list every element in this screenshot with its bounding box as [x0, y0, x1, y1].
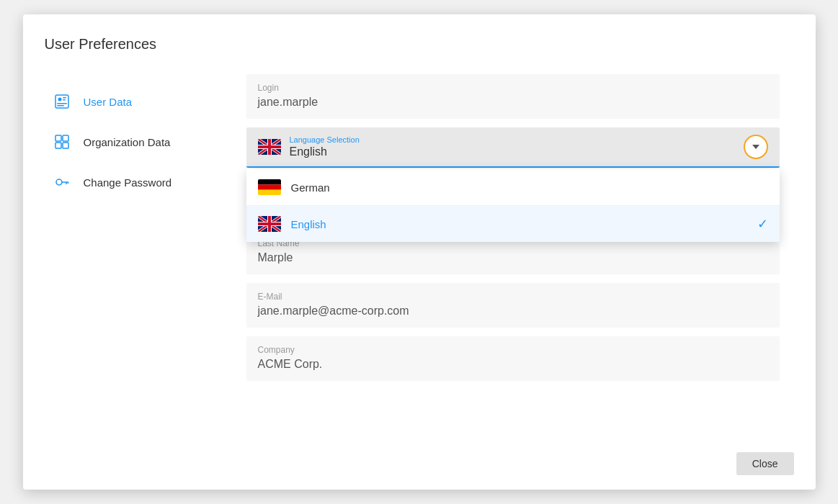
svg-rect-3	[57, 105, 64, 107]
language-selected-value: English	[290, 145, 735, 158]
last-name-value: Marple	[258, 251, 768, 264]
email-value: jane.marple@acme-corp.com	[258, 305, 768, 318]
company-label: Company	[258, 345, 768, 355]
svg-rect-6	[55, 135, 61, 141]
sidebar-item-org-data[interactable]: Organization Data	[45, 122, 232, 162]
sidebar-item-change-password[interactable]: Change Password	[45, 162, 232, 202]
language-option-english[interactable]: English ✓	[246, 206, 780, 242]
main-content: Login jane.marple	[232, 74, 794, 390]
selected-check-icon: ✓	[757, 216, 768, 232]
email-label: E-Mail	[258, 292, 768, 302]
svg-point-10	[56, 179, 62, 185]
svg-rect-7	[63, 135, 68, 141]
svg-rect-4	[63, 97, 66, 99]
sidebar-item-change-password-label: Change Password	[84, 176, 172, 189]
language-section: Language Selection English	[246, 127, 780, 168]
close-button[interactable]: Close	[736, 452, 794, 475]
language-selector[interactable]: Language Selection English	[246, 127, 780, 168]
company-value: ACME Corp.	[258, 358, 768, 371]
svg-rect-17	[258, 190, 281, 195]
company-field: Company ACME Corp.	[246, 336, 780, 381]
language-option-german[interactable]: German	[246, 169, 780, 206]
email-field: E-Mail jane.marple@acme-corp.com	[246, 283, 780, 328]
sidebar-item-user-data[interactable]: User Data	[45, 81, 232, 122]
content-area: User Data Organization Data	[45, 74, 794, 390]
svg-rect-5	[63, 99, 66, 101]
user-data-icon	[52, 91, 72, 112]
german-option-label: German	[291, 181, 330, 194]
page-title: User Preferences	[45, 36, 794, 53]
login-value: jane.marple	[258, 96, 768, 109]
login-field: Login jane.marple	[246, 74, 780, 119]
user-preferences-dialog: User Preferences User Data	[23, 14, 816, 490]
language-dropdown: German Englis	[246, 169, 780, 242]
german-flag	[258, 179, 281, 195]
svg-rect-15	[258, 179, 281, 184]
english-flag	[258, 139, 281, 155]
svg-point-1	[58, 98, 61, 102]
language-selection-label: Language Selection	[290, 135, 735, 144]
svg-rect-9	[63, 143, 68, 148]
sidebar-item-org-data-label: Organization Data	[84, 136, 171, 148]
sidebar-item-user-data-label: User Data	[84, 96, 133, 108]
language-dropdown-button[interactable]	[744, 135, 768, 159]
sidebar: User Data Organization Data	[45, 74, 232, 390]
svg-rect-8	[55, 143, 61, 148]
svg-rect-16	[258, 184, 281, 189]
english-flag-option	[258, 216, 281, 232]
login-label: Login	[258, 83, 768, 93]
key-icon	[52, 172, 72, 192]
svg-rect-2	[57, 103, 67, 104]
org-data-icon	[52, 132, 72, 152]
english-option-label: English	[291, 218, 326, 230]
